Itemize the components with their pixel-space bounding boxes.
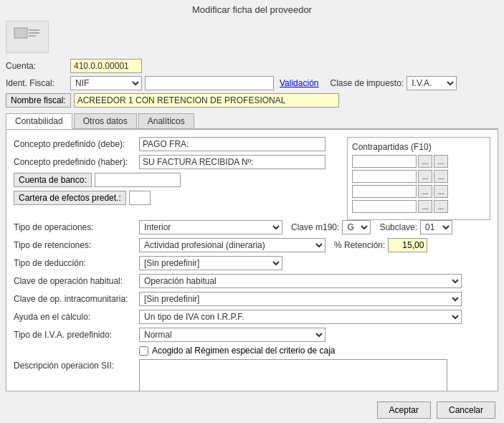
svg-rect-0 xyxy=(14,28,27,38)
tipo-deduccion-label: Tipo de deducción: xyxy=(14,258,139,268)
tab-contabilidad[interactable]: Contabilidad xyxy=(6,113,72,129)
subclave-label: Subclave: xyxy=(379,222,417,232)
cuenta-label: Cuenta: xyxy=(6,61,70,71)
tabs: Contabilidad Otros datos Analíticos xyxy=(6,113,498,129)
contra-btn-3a[interactable]: ... xyxy=(418,185,432,198)
contra-btn-2b[interactable]: ... xyxy=(434,170,448,183)
ident-fiscal-input[interactable] xyxy=(145,76,274,90)
cuenta-row: Cuenta: xyxy=(6,59,498,73)
top-section: Concepto predefinido (debe): Concepto pr… xyxy=(14,137,490,220)
nombre-fiscal-input[interactable] xyxy=(74,93,339,108)
tabs-area: Contabilidad Otros datos Analíticos xyxy=(0,113,504,129)
ayuda-calculo-select[interactable]: Un tipo de IVA con I.R.P.F. xyxy=(139,310,462,324)
contra-input-4[interactable] xyxy=(352,200,417,213)
concepto-debe-row: Concepto predefinido (debe): xyxy=(14,137,347,151)
aceptar-button[interactable]: Aceptar xyxy=(377,401,431,419)
toolbar-icon xyxy=(6,21,49,53)
nombre-fiscal-row: Nombre fiscal: xyxy=(6,93,498,108)
ident-fiscal-row: Ident. Fiscal: NIF Validación Clase de i… xyxy=(6,76,498,90)
svg-rect-3 xyxy=(29,35,36,37)
form-area: Cuenta: Ident. Fiscal: NIF Validación Cl… xyxy=(0,56,504,113)
acogido-checkbox[interactable] xyxy=(139,346,148,356)
tipo-retenciones-group: Actividad profesional (dineraria) % Rete… xyxy=(139,238,427,252)
cartera-input[interactable] xyxy=(129,191,151,205)
cartera-row: Cartera de efectos predet.: xyxy=(14,191,347,205)
ayuda-calculo-label: Ayuda en el cálculo: xyxy=(14,312,139,322)
clase-impuesto-select[interactable]: I.V.A. xyxy=(406,76,457,90)
svg-rect-1 xyxy=(29,29,39,31)
tipo-operaciones-row: Tipo de operaciones: Interior Clave m190… xyxy=(14,220,490,234)
concepto-debe-input[interactable] xyxy=(139,137,325,151)
tipo-iva-row: Tipo de I.V.A. predefinido: Normal xyxy=(14,328,490,342)
tipo-operaciones-select[interactable]: Interior xyxy=(139,220,282,234)
clave-habitual-label: Clave de operación habitual: xyxy=(14,276,139,286)
clase-impuesto-label: Clase de impuesto: xyxy=(330,78,404,88)
tipo-deduccion-row: Tipo de deducción: [Sin predefinir] xyxy=(14,256,490,270)
contra-btn-1a[interactable]: ... xyxy=(418,155,432,168)
contrapartidas-box: Contrapartidas (F10) ... ... ... ... ...… xyxy=(347,137,490,220)
nombre-fiscal-button[interactable]: Nombre fiscal: xyxy=(6,93,71,108)
cancelar-button[interactable]: Cancelar xyxy=(437,401,495,419)
contrapartidas-title: Contrapartidas (F10) xyxy=(352,142,485,152)
cuenta-banco-row: Cuenta de banco: xyxy=(14,173,347,187)
clave-m190-label: Clave m190: xyxy=(291,222,339,232)
tab-otros-datos[interactable]: Otros datos xyxy=(74,113,137,128)
window-title: Modificar ficha del proveedor xyxy=(0,0,504,18)
contra-btn-3b[interactable]: ... xyxy=(434,185,448,198)
panel-contabilidad: Concepto predefinido (debe): Concepto pr… xyxy=(6,129,498,391)
tipo-retenciones-row: Tipo de retenciones: Actividad profesion… xyxy=(14,238,490,252)
contra-row-1: ... ... xyxy=(352,155,485,168)
tipo-iva-select[interactable]: Normal xyxy=(139,328,325,342)
concepto-debe-label: Concepto predefinido (debe): xyxy=(14,139,139,149)
tipo-operaciones-label: Tipo de operaciones: xyxy=(14,222,139,232)
concepto-haber-input[interactable] xyxy=(139,155,325,169)
contra-input-2[interactable] xyxy=(352,170,417,183)
contra-input-1[interactable] xyxy=(352,155,417,168)
clave-habitual-row: Clave de operación habitual: Operación h… xyxy=(14,274,490,288)
clave-intra-label: Clave de op. intracomunitaria: xyxy=(14,294,139,304)
contra-btn-4a[interactable]: ... xyxy=(418,200,432,213)
cuenta-input[interactable] xyxy=(70,59,142,73)
contra-btn-2a[interactable]: ... xyxy=(418,170,432,183)
desc-sii-textarea[interactable] xyxy=(139,359,447,391)
concepto-haber-row: Concepto predefinido (haber): xyxy=(14,155,347,169)
footer: Aceptar Cancelar xyxy=(0,397,504,423)
desc-sii-row: Descripción operación SII: xyxy=(14,359,490,391)
tipo-retenciones-label: Tipo de retenciones: xyxy=(14,240,139,250)
acogido-row: Acogido al Régimen especial del criterio… xyxy=(139,346,490,356)
ident-fiscal-select[interactable]: NIF xyxy=(70,76,142,90)
desc-sii-label: Descripción operación SII: xyxy=(14,359,139,371)
cuenta-banco-button[interactable]: Cuenta de banco: xyxy=(14,173,92,187)
ayuda-calculo-row: Ayuda en el cálculo: Un tipo de IVA con … xyxy=(14,310,490,324)
tipo-retenciones-select[interactable]: Actividad profesional (dineraria) xyxy=(139,238,325,252)
clave-intra-row: Clave de op. intracomunitaria: [Sin pred… xyxy=(14,292,490,306)
main-window: Modificar ficha del proveedor Cuenta: Id… xyxy=(0,0,504,423)
contra-row-4: ... ... xyxy=(352,200,485,213)
contra-row-3: ... ... xyxy=(352,185,485,198)
contra-input-3[interactable] xyxy=(352,185,417,198)
contra-btn-4b[interactable]: ... xyxy=(434,200,448,213)
porc-retencion-input[interactable] xyxy=(388,238,427,252)
tipo-operaciones-group: Interior Clave m190: G Subclave: 01 xyxy=(139,220,452,234)
cartera-button[interactable]: Cartera de efectos predet.: xyxy=(14,191,126,205)
tipo-deduccion-select[interactable]: [Sin predefinir] xyxy=(139,256,282,270)
validacion-link[interactable]: Validación xyxy=(280,78,318,88)
toolbar xyxy=(0,18,504,56)
ident-fiscal-label: Ident. Fiscal: xyxy=(6,78,70,88)
porc-retencion-label: % Retención: xyxy=(334,240,385,250)
contra-btn-1b[interactable]: ... xyxy=(434,155,448,168)
concepto-haber-label: Concepto predefinido (haber): xyxy=(14,157,139,167)
tab-analiticos[interactable]: Analíticos xyxy=(138,113,194,128)
clave-habitual-select[interactable]: Operación habitual xyxy=(139,274,462,288)
svg-rect-2 xyxy=(29,32,39,34)
tipo-iva-label: Tipo de I.V.A. predefinido: xyxy=(14,330,139,340)
clave-intra-select[interactable]: [Sin predefinir] xyxy=(139,292,462,306)
top-left: Concepto predefinido (debe): Concepto pr… xyxy=(14,137,347,220)
acogido-label: Acogido al Régimen especial del criterio… xyxy=(152,346,335,356)
contra-row-2: ... ... xyxy=(352,170,485,183)
clave-m190-select[interactable]: G xyxy=(342,220,371,234)
subclave-select[interactable]: 01 xyxy=(420,220,452,234)
cuenta-banco-input[interactable] xyxy=(95,173,181,187)
